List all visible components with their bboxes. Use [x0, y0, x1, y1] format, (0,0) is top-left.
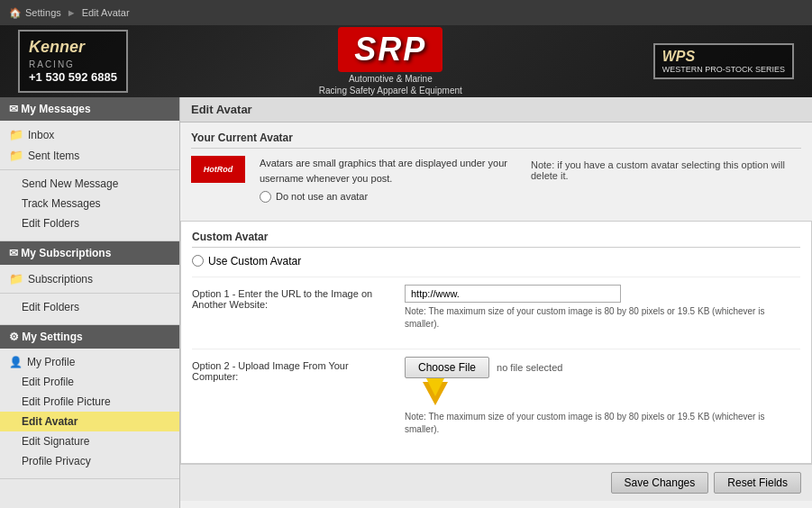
sidebar-item-my-profile[interactable]: 👤 My Profile — [0, 352, 179, 372]
arrow-indicator-inner — [426, 378, 444, 396]
divider1 — [0, 169, 179, 170]
no-avatar-radio[interactable] — [260, 191, 271, 203]
option1-row: Option 1 - Enter the URL to the Image on… — [192, 277, 800, 338]
kenner-banner: Kenner RACING +1 530 592 6885 — [18, 30, 128, 92]
url-input[interactable] — [405, 285, 621, 303]
subscriptions-section-header: ✉ My Subscriptions — [0, 241, 179, 265]
profile-icon: 👤 — [9, 356, 23, 368]
custom-avatar-title: Custom Avatar — [192, 231, 800, 248]
content-header: Edit Avatar — [180, 97, 812, 122]
sidebar-item-track[interactable]: Track Messages — [0, 194, 179, 213]
reset-fields-button[interactable]: Reset Fields — [714, 472, 801, 494]
inbox-folder-icon: 📁 — [9, 128, 23, 141]
option1-content: Note: The maximum size of your custom im… — [405, 285, 800, 331]
wps-logo: WPS — [662, 49, 785, 65]
settings-icon: ⚙ — [9, 331, 19, 343]
option2-row: Option 2 - Upload Image From Your Comput… — [192, 349, 800, 443]
sidebar-item-subscriptions[interactable]: 📁 Subscriptions — [0, 268, 179, 289]
messages-section-header: ✉ My Messages — [0, 97, 179, 121]
wps-banner: WPS WESTERN PRO-STOCK SERIES — [653, 43, 794, 79]
avatar-desc-text: Avatars are small graphics that are disp… — [260, 156, 516, 186]
delete-note: Note: if you have a custom avatar select… — [531, 159, 801, 181]
use-custom-radio[interactable] — [192, 255, 204, 267]
bottom-bar: Save Changes Reset Fields — [180, 464, 812, 501]
option2-label: Option 2 - Upload Image From Your Comput… — [192, 357, 390, 382]
sidebar-item-edit-signature[interactable]: Edit Signature — [0, 431, 179, 451]
settings-link[interactable]: Settings — [25, 7, 61, 18]
sent-folder-icon: 📁 — [9, 149, 23, 162]
wps-sub: WESTERN PRO-STOCK SERIES — [662, 65, 785, 74]
sidebar-subscriptions-section: ✉ My Subscriptions 📁 Subscriptions Edit … — [0, 241, 179, 325]
sidebar-item-edit-folders-messages[interactable]: Edit Folders — [0, 213, 179, 233]
url-note: Note: The maximum size of your custom im… — [405, 305, 800, 331]
sidebar-item-profile-privacy[interactable]: Profile Privacy — [0, 451, 179, 471]
top-bar: 🏠 Settings ► Edit Avatar — [0, 0, 812, 25]
banner: Kenner RACING +1 530 592 6885 SRP Automo… — [0, 25, 812, 97]
choose-file-button[interactable]: Choose File — [405, 357, 489, 378]
content-area: Edit Avatar Your Current Avatar HotRod A… — [180, 97, 812, 508]
do-not-use-option[interactable]: Do not use an avatar — [260, 189, 516, 204]
sidebar-messages-section: ✉ My Messages 📁 Inbox 📁 Sent Items Send … — [0, 97, 179, 241]
current-avatar-section: Your Current Avatar HotRod Avatars are s… — [180, 122, 812, 221]
kenner-name: Kenner — [29, 37, 117, 58]
sidebar-item-inbox[interactable]: 📁 Inbox — [0, 124, 179, 145]
sidebar-item-edit-profile[interactable]: Edit Profile — [0, 372, 179, 392]
breadcrumb-separator: ► — [67, 7, 77, 18]
no-file-label: no file selected — [497, 362, 562, 373]
sidebar-item-sent[interactable]: 📁 Sent Items — [0, 145, 179, 166]
messages-icon: ✉ — [9, 103, 18, 115]
kenner-racing: RACING — [29, 59, 117, 70]
divider2 — [0, 293, 179, 294]
home-icon: 🏠 — [9, 7, 22, 19]
settings-section-header: ⚙ My Settings — [0, 325, 179, 349]
srp-tagline-line1: Automotive & Marine — [146, 74, 635, 84]
file-upload-row: Choose File no file selected — [405, 357, 800, 378]
sidebar-item-edit-avatar[interactable]: Edit Avatar — [0, 412, 179, 431]
use-custom-row[interactable]: Use Custom Avatar — [192, 255, 800, 268]
custom-avatar-section: Custom Avatar Use Custom Avatar Option 1… — [180, 221, 812, 464]
upload-note: Note: The maximum size of your custom im… — [405, 411, 800, 436]
main-layout: ✉ My Messages 📁 Inbox 📁 Sent Items Send … — [0, 97, 812, 508]
option2-content: Choose File no file selected Note: The m… — [405, 357, 800, 436]
content-title: Edit Avatar — [191, 103, 252, 116]
srp-logo: SRP — [338, 27, 442, 72]
use-custom-label: Use Custom Avatar — [208, 255, 301, 268]
current-avatar-title: Your Current Avatar — [191, 132, 801, 149]
srp-tagline-line2: Racing Safety Apparel & Equipment — [146, 86, 635, 95]
kenner-phone: +1 530 592 6885 — [29, 70, 117, 86]
subs-folder-icon: 📁 — [9, 272, 23, 286]
option1-label: Option 1 - Enter the URL to the Image on… — [192, 285, 390, 310]
avatar-row: HotRod Avatars are small graphics that a… — [191, 156, 801, 204]
no-avatar-label: Do not use an avatar — [276, 189, 368, 204]
current-avatar-image: HotRod — [191, 156, 245, 183]
sidebar-item-send-new[interactable]: Send New Message — [0, 174, 179, 194]
current-page-label: Edit Avatar — [82, 7, 130, 18]
save-changes-button[interactable]: Save Changes — [611, 472, 709, 494]
sidebar-item-edit-folders-subs[interactable]: Edit Folders — [0, 297, 179, 317]
sidebar-settings-section: ⚙ My Settings 👤 My Profile Edit Profile … — [0, 325, 179, 479]
sidebar-item-edit-profile-picture[interactable]: Edit Profile Picture — [0, 392, 179, 412]
srp-banner: SRP Automotive & Marine Racing Safety Ap… — [146, 27, 635, 95]
sidebar: ✉ My Messages 📁 Inbox 📁 Sent Items Send … — [0, 97, 180, 508]
avatar-description: Avatars are small graphics that are disp… — [260, 156, 516, 204]
subscriptions-icon: ✉ — [9, 247, 18, 259]
